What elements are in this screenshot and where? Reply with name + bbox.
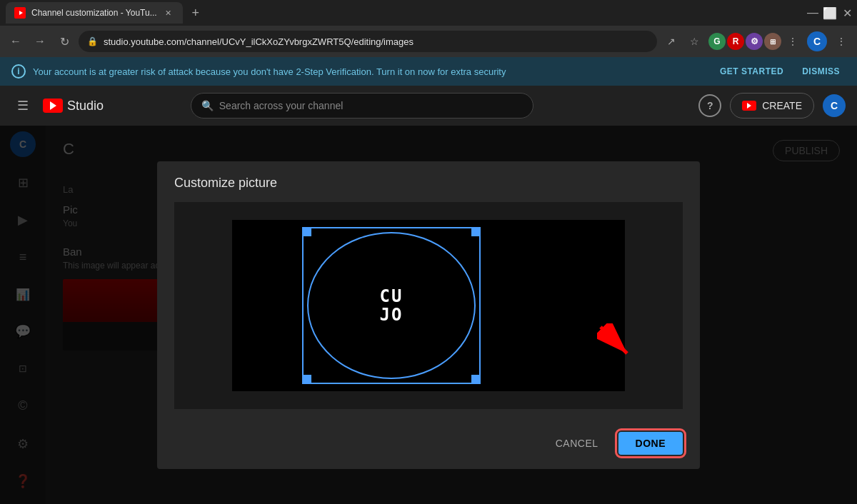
security-banner: i Your account is at greater risk of att…: [0, 57, 857, 86]
security-banner-text: Your account is at greater risk of attac…: [33, 66, 707, 77]
done-btn[interactable]: DONE: [618, 432, 683, 455]
create-label: CREATE: [762, 100, 802, 111]
address-bar-row: ← → ↻ 🔒 studio.youtube.com/channel/UCvY_…: [0, 26, 857, 57]
search-icon: 🔍: [201, 100, 214, 111]
extensions-area: G R ⚙ ⊞ ⋮: [708, 31, 803, 51]
yt-logo-icon: [43, 99, 63, 113]
new-tab-btn[interactable]: +: [186, 3, 206, 23]
back-button[interactable]: ←: [6, 31, 26, 51]
refresh-button[interactable]: ↻: [54, 31, 74, 51]
tab-close-btn[interactable]: ✕: [163, 7, 174, 19]
svg-line-1: [601, 327, 627, 353]
maximize-btn[interactable]: ⬜: [826, 9, 834, 17]
ext-p-icon[interactable]: ⚙: [746, 33, 763, 50]
crop-handle-bl[interactable]: [303, 375, 311, 383]
crop-handle-br[interactable]: [471, 375, 480, 383]
bookmark-icon[interactable]: ☆: [684, 31, 704, 51]
image-canvas: CUJO: [232, 220, 625, 391]
modal-footer: CANCEL DONE: [157, 423, 700, 469]
header-right: ? CREATE C: [698, 93, 846, 119]
crop-box[interactable]: CUJO: [302, 227, 481, 384]
profile-btn[interactable]: C: [807, 31, 827, 51]
extensions-btn[interactable]: ⋮: [783, 31, 803, 51]
tab-title: Channel customization - YouTu...: [31, 8, 157, 18]
yt-logo-text: Studio: [67, 99, 104, 114]
menu-btn[interactable]: ⋮: [831, 31, 851, 51]
modal-overlay: Customize picture CUJO: [0, 126, 857, 504]
crop-handle-tr[interactable]: [471, 228, 480, 236]
ext-r-icon[interactable]: R: [727, 33, 744, 50]
url-text: studio.youtube.com/channel/UCvY_ilCkXoZY…: [104, 36, 414, 47]
address-bar-actions: ↗ ☆: [661, 31, 704, 51]
hamburger-menu[interactable]: ☰: [11, 92, 34, 119]
modal-body: CUJO: [157, 202, 700, 423]
ext-m-icon[interactable]: ⊞: [764, 33, 781, 50]
dismiss-btn[interactable]: DISMISS: [796, 64, 846, 79]
tab-favicon: [14, 7, 26, 19]
search-placeholder: Search across your channel: [219, 100, 344, 111]
minimize-btn[interactable]: —: [808, 9, 817, 17]
get-started-btn[interactable]: GET STARTED: [714, 64, 789, 79]
create-video-icon: [742, 101, 756, 111]
logo-text: CUJO: [380, 286, 404, 324]
main-area: C ⊞ ▶ ≡ 📊 💬 ⊡ © ⚙: [0, 126, 857, 504]
user-avatar[interactable]: C: [823, 94, 846, 117]
info-icon: i: [11, 64, 26, 79]
yt-logo[interactable]: Studio: [43, 99, 104, 114]
address-bar[interactable]: 🔒 studio.youtube.com/channel/UCvY_ilCkXo…: [79, 31, 657, 52]
close-btn[interactable]: ✕: [843, 9, 851, 17]
customize-picture-modal: Customize picture CUJO: [157, 161, 700, 469]
cancel-btn[interactable]: CANCEL: [547, 432, 607, 455]
lock-icon: 🔒: [87, 36, 98, 46]
forward-button[interactable]: →: [30, 31, 50, 51]
crop-handle-tl[interactable]: [303, 228, 311, 236]
red-arrow: [597, 323, 640, 366]
share-icon[interactable]: ↗: [661, 31, 681, 51]
search-bar[interactable]: 🔍 Search across your channel: [191, 93, 533, 119]
create-btn[interactable]: CREATE: [730, 93, 814, 119]
active-tab[interactable]: Channel customization - YouTu... ✕: [6, 2, 183, 24]
modal-title: Customize picture: [157, 161, 700, 202]
help-btn[interactable]: ?: [698, 94, 721, 117]
image-editor[interactable]: CUJO: [174, 202, 683, 409]
yt-studio-header: ☰ Studio 🔍 Search across your channel ? …: [0, 86, 857, 126]
ext-g-icon[interactable]: G: [708, 33, 726, 50]
